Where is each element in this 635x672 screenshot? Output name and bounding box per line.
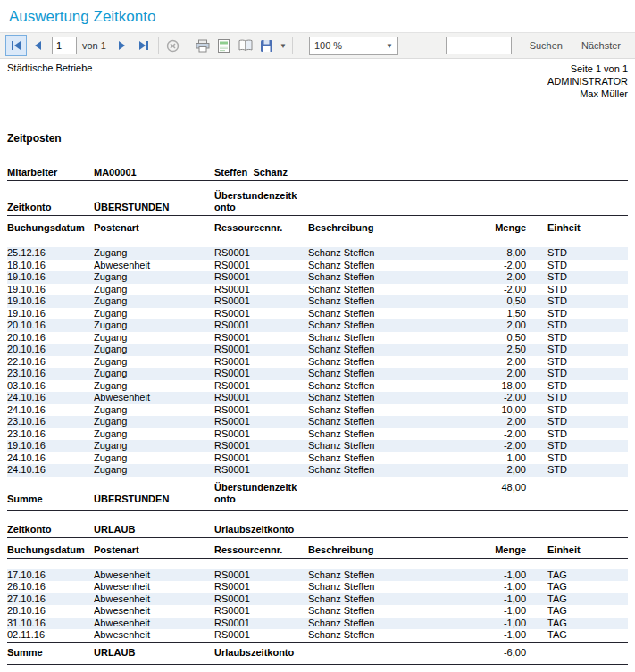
cell-entry-type: Abwesenheit — [94, 593, 214, 606]
cell-quantity: 2,00 — [467, 319, 539, 332]
cell-date: 20.10.16 — [7, 344, 94, 356]
cell-date: 24.10.16 — [7, 452, 94, 465]
table-row: 31.10.16AbwesenheitRS0001Schanz Steffen-… — [7, 618, 628, 630]
cell-description: Schanz Steffen — [308, 344, 467, 356]
person-name: Max Müller — [547, 87, 628, 100]
cell-date: 19.10.16 — [7, 440, 94, 452]
print-layout-button[interactable] — [213, 35, 235, 56]
cell-date: 23.10.16 — [7, 368, 94, 380]
export-dropdown-button[interactable]: ▼ — [278, 35, 288, 56]
cell-description: Schanz Steffen — [308, 629, 467, 642]
sum-value: 48,00 — [467, 482, 539, 494]
cell-date: 20.10.16 — [7, 319, 94, 332]
cell-resource: RS0001 — [214, 404, 308, 417]
cell-description: Schanz Steffen — [308, 569, 467, 582]
cell-entry-type: Zugang — [94, 319, 214, 332]
page-count-label: von 1 — [82, 40, 106, 51]
zoom-value: 100 % — [314, 40, 342, 51]
cell-entry-type: Abwesenheit — [94, 629, 214, 642]
last-page-button[interactable] — [133, 35, 155, 56]
export-icon — [260, 39, 273, 53]
table-row: 19.10.16ZugangRS0001Schanz Steffen-2,00S… — [7, 440, 628, 452]
cell-unit: STD — [539, 416, 628, 428]
cell-unit: STD — [539, 332, 628, 344]
cell-entry-type: Zugang — [94, 404, 214, 417]
column-header-description: Beschreibung — [308, 222, 467, 234]
section-ueberstunden: Zeitkonto ÜBERSTUNDEN Überstundenzeitk o… — [7, 190, 628, 511]
table-row: 24.10.16ZugangRS0001Schanz Steffen1,00ST… — [7, 452, 628, 465]
table-row: 22.10.16ZugangRS0001Schanz Steffen2,00ST… — [7, 356, 628, 369]
toolbar-separator — [188, 37, 188, 54]
cell-unit: STD — [539, 464, 628, 477]
page-info: Seite 1 von 1 — [547, 62, 628, 75]
cell-unit: STD — [539, 428, 628, 441]
zoom-select[interactable]: 100 % ▼ — [309, 37, 398, 55]
table-row: 23.10.16ZugangRS0001Schanz Steffen2,00ST… — [7, 416, 628, 428]
sum-label: Summe — [7, 647, 94, 659]
print-button[interactable] — [192, 35, 213, 56]
employee-name: Steffen Schanz — [214, 167, 467, 178]
column-header-entry-type: Postenart — [94, 544, 214, 556]
cell-quantity: 2,00 — [467, 368, 539, 380]
employee-number: MA00001 — [94, 167, 214, 178]
cell-date: 26.10.16 — [7, 581, 94, 593]
cell-resource: RS0001 — [214, 319, 308, 332]
first-page-icon — [10, 40, 22, 51]
cell-date: 03.10.16 — [7, 380, 94, 393]
cell-quantity: -2,00 — [467, 260, 539, 272]
table-header: Buchungsdatum Postenart Ressourcennr. Be… — [7, 216, 628, 236]
table-row: 24.10.16AbwesenheitRS0001Schanz Steffen-… — [7, 392, 628, 404]
table-row: 26.10.16AbwesenheitRS0001Schanz Steffen-… — [7, 581, 628, 593]
sum-code: ÜBERSTUNDEN — [94, 494, 214, 505]
cell-entry-type: Zugang — [94, 440, 214, 452]
cell-description: Schanz Steffen — [308, 416, 467, 428]
prev-page-button[interactable] — [27, 35, 48, 56]
cell-description: Schanz Steffen — [308, 452, 467, 465]
toolbar-separator — [292, 37, 293, 54]
cell-entry-type: Zugang — [94, 271, 214, 284]
report-page: Städtische Betriebe Seite 1 von 1 ADMINI… — [0, 59, 635, 665]
cell-resource: RS0001 — [214, 464, 308, 477]
table-row: 02.11.16AbwesenheitRS0001Schanz Steffen-… — [7, 629, 628, 642]
cell-entry-type: Abwesenheit — [94, 260, 214, 272]
account-row: Zeitkonto URLAUB Urlaubszeitkonto — [7, 524, 628, 538]
cell-entry-type: Zugang — [94, 308, 214, 320]
find-text-input[interactable] — [446, 37, 512, 54]
cell-date: 23.10.16 — [7, 428, 94, 441]
cell-quantity: 0,50 — [467, 295, 539, 308]
cell-quantity: -1,00 — [467, 629, 539, 642]
cell-date: 27.10.16 — [7, 593, 94, 606]
cell-description: Schanz Steffen — [308, 593, 467, 606]
first-page-button[interactable] — [5, 35, 27, 56]
cell-unit: STD — [539, 295, 628, 308]
cell-date: 17.10.16 — [7, 569, 94, 582]
employee-row: Mitarbeiter MA00001 Steffen Schanz — [7, 167, 628, 181]
cell-description: Schanz Steffen — [308, 260, 467, 272]
account-description: Urlaubszeitkonto — [214, 524, 308, 535]
cell-description: Schanz Steffen — [308, 464, 467, 477]
cell-unit: STD — [539, 380, 628, 393]
cell-entry-type: Abwesenheit — [94, 569, 214, 582]
page-setup-button[interactable] — [235, 35, 256, 56]
cell-unit: STD — [539, 368, 628, 380]
cell-quantity: -1,00 — [467, 605, 539, 618]
cell-unit: STD — [539, 344, 628, 356]
cell-description: Schanz Steffen — [308, 308, 467, 320]
next-page-button[interactable] — [112, 35, 133, 56]
cell-entry-type: Zugang — [94, 247, 214, 260]
cell-description: Schanz Steffen — [308, 380, 467, 393]
cell-description: Schanz Steffen — [308, 319, 467, 332]
cell-entry-type: Zugang — [94, 332, 214, 344]
section-urlaub: Zeitkonto URLAUB Urlaubszeitkonto Buchun… — [7, 524, 628, 665]
find-button[interactable]: Suchen — [521, 37, 572, 54]
cell-resource: RS0001 — [214, 368, 308, 380]
sum-value: -6,00 — [467, 647, 539, 659]
table-body: 25.12.16ZugangRS0001Schanz Steffen8,00ST… — [7, 236, 628, 477]
cancel-rendering-button[interactable] — [163, 35, 184, 56]
page-number-input[interactable] — [52, 37, 77, 54]
cell-date: 19.10.16 — [7, 295, 94, 308]
export-button[interactable] — [256, 35, 278, 56]
find-next-button[interactable]: Nächster — [572, 37, 630, 54]
cell-unit: STD — [539, 284, 628, 296]
page-setup-icon — [238, 39, 253, 52]
